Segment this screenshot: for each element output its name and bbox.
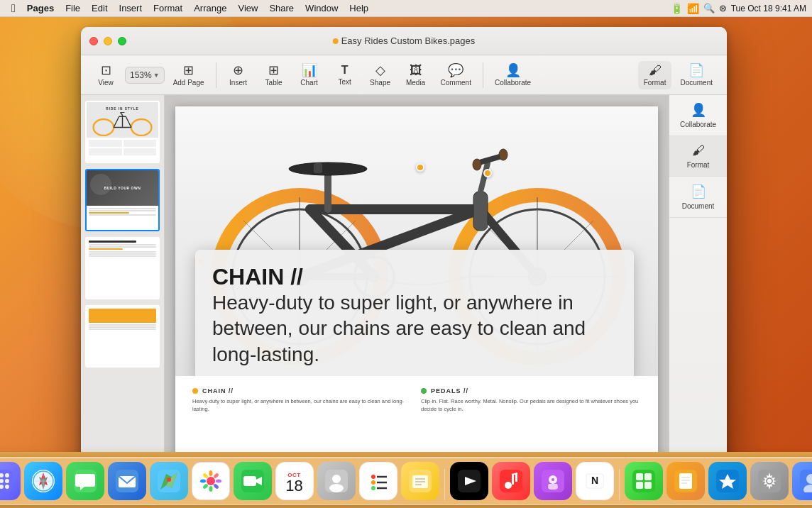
dock-podcasts[interactable]: [534, 462, 572, 500]
add-page-button[interactable]: ⊞ Add Page: [168, 61, 210, 89]
bike-image-area: CHAIN // Heavy-duty to super light, or a…: [175, 106, 658, 376]
chain-section: CHAIN // Heavy-duty to super light, or a…: [192, 387, 412, 414]
view-label: View: [98, 79, 114, 87]
svg-rect-109: [636, 473, 643, 480]
svg-rect-114: [679, 473, 692, 489]
help-menu[interactable]: Help: [344, 0, 374, 17]
dock-system-settings[interactable]: [750, 462, 789, 500]
thumbnail-item-3[interactable]: 3: [85, 237, 160, 299]
maximize-button[interactable]: [118, 37, 126, 45]
dock-photos[interactable]: [192, 462, 230, 500]
dock-safari[interactable]: [24, 462, 62, 500]
pedals-title: PEDALS //: [431, 387, 468, 394]
dock-numbers[interactable]: [625, 462, 663, 500]
dock-appletv[interactable]: [450, 462, 488, 500]
right-document-button[interactable]: 📄 Document: [669, 177, 727, 218]
svg-text:N: N: [591, 475, 598, 486]
minimize-button[interactable]: [104, 37, 112, 45]
desktop: Easy Rides Custom Bikes.pages ⊡ View 153…: [0, 17, 812, 452]
right-collaborate-button[interactable]: 👤 Collaborate: [669, 95, 727, 136]
svg-point-2: [131, 119, 152, 136]
file-menu[interactable]: File: [60, 0, 86, 17]
document-button[interactable]: 📄 Document: [674, 61, 718, 89]
app-name-menu[interactable]: Pages: [21, 0, 60, 17]
svg-point-70: [209, 470, 212, 476]
svg-point-73: [216, 480, 221, 483]
dock-music[interactable]: [492, 462, 530, 500]
dock-maps[interactable]: [150, 462, 188, 500]
chain-text: Heavy-duty to super light, or anywhere i…: [192, 397, 412, 414]
text-button[interactable]: T Text: [329, 62, 361, 89]
search-icon[interactable]: 🔍: [703, 3, 715, 13]
collaborate-button[interactable]: 👤 Collaborate: [489, 61, 537, 89]
window-titlebar: Easy Rides Custom Bikes.pages: [81, 27, 727, 55]
svg-point-1: [94, 119, 114, 136]
toolbar: ⊡ View 153% ▼ ⊞ Add Page ⊕ Insert ⊞ T: [81, 55, 727, 95]
dock-messages[interactable]: [66, 462, 104, 500]
menu-bar-right: 🔋 📶 🔍 ⊛ Tue Oct 18 9:41 AM: [671, 3, 806, 14]
dock-notes[interactable]: [401, 462, 439, 500]
dock-facetime[interactable]: [234, 462, 272, 500]
format-menu[interactable]: Format: [148, 0, 188, 17]
control-center-icon[interactable]: ⊛: [719, 3, 727, 13]
comment-button[interactable]: 💬 Comment: [435, 61, 477, 89]
svg-point-37: [499, 149, 508, 160]
svg-rect-97: [500, 470, 522, 492]
zoom-control[interactable]: 153% ▼: [125, 67, 165, 84]
svg-text:RIDE IN STYLE: RIDE IN STYLE: [106, 107, 138, 111]
chart-button[interactable]: 📊 Chart: [293, 61, 326, 89]
table-button[interactable]: ⊞ Table: [258, 61, 290, 89]
collaborate-icon: 👤: [505, 64, 521, 77]
svg-point-75: [212, 473, 219, 479]
window-menu[interactable]: Window: [300, 0, 344, 17]
dock-mail[interactable]: [108, 462, 146, 500]
view-button[interactable]: ⊡ View: [89, 61, 122, 89]
tooltip-heading: CHAIN //: [212, 264, 617, 290]
dock-separator-2: [619, 469, 620, 500]
clock: Tue Oct 18 9:41 AM: [731, 4, 806, 13]
apple-menu[interactable]: : [6, 0, 21, 17]
view-menu[interactable]: View: [232, 0, 263, 17]
comment-icon: 💬: [448, 64, 463, 77]
svg-point-77: [212, 483, 219, 490]
insert-menu[interactable]: Insert: [114, 0, 148, 17]
add-page-icon: ⊞: [183, 64, 194, 77]
insert-icon: ⊕: [233, 64, 243, 77]
format-toolbar-button[interactable]: 🖌 Format: [638, 61, 672, 89]
dock-pages[interactable]: [666, 462, 705, 500]
svg-point-83: [329, 484, 344, 492]
shape-button[interactable]: ◇ Shape: [364, 61, 397, 89]
dock-news[interactable]: N: [576, 462, 614, 500]
indicator-dot-3: [483, 169, 492, 177]
dock-reminders[interactable]: [359, 462, 397, 500]
indicator-dot-1: [416, 163, 424, 172]
pedals-section: PEDALS // Clip-in. Flat. Race worthy. Me…: [421, 387, 641, 414]
shape-label: Shape: [370, 79, 390, 87]
svg-rect-108: [632, 470, 655, 492]
thumbnail-item-2[interactable]: 2 BUILD YOUR OWN: [85, 169, 160, 231]
dock-separator-1: [444, 469, 445, 500]
svg-point-122: [767, 479, 772, 483]
edit-menu[interactable]: Edit: [86, 0, 113, 17]
media-button[interactable]: 🖼 Media: [400, 61, 432, 89]
share-menu[interactable]: Share: [263, 0, 300, 17]
dock-calendar[interactable]: OCT 18: [275, 462, 314, 500]
svg-rect-33: [314, 163, 322, 173]
dock-portrait[interactable]: [792, 462, 813, 500]
insert-button[interactable]: ⊕ Insert: [222, 61, 255, 89]
close-button[interactable]: [89, 37, 98, 45]
text-icon: T: [341, 65, 349, 76]
dock-launchpad[interactable]: [0, 462, 21, 500]
svg-point-76: [202, 483, 208, 490]
svg-point-84: [371, 475, 375, 479]
main-content: 1 RIDE IN STYLE: [81, 95, 727, 452]
right-format-button[interactable]: 🖌 Format: [669, 136, 727, 177]
chain-dot: [192, 388, 198, 394]
dock-appstore[interactable]: [708, 462, 747, 500]
svg-point-50: [5, 473, 9, 477]
thumbnail-item-1[interactable]: 1 RIDE IN STYLE: [85, 101, 160, 163]
arrange-menu[interactable]: Arrange: [188, 0, 232, 17]
thumbnail-item-4[interactable]: 4: [85, 305, 160, 368]
dock-contacts[interactable]: [317, 462, 356, 500]
right-document-label: Document: [682, 202, 715, 210]
